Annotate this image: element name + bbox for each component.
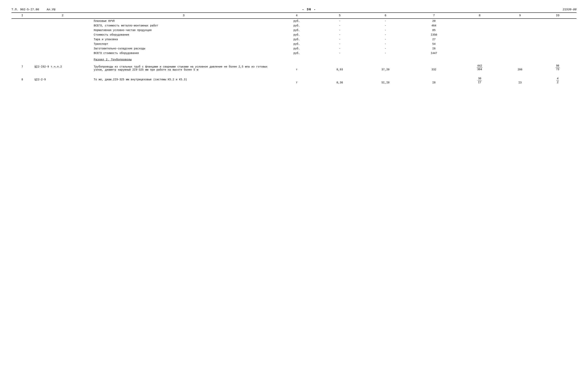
section-title-row: Раздел 2. Трубопроводы (11, 56, 577, 63)
col-header-3: 3 (92, 13, 275, 19)
table-row: Тара и упаковкаруб.--27 (11, 37, 577, 42)
page-number: - 36 - (302, 8, 316, 11)
table-row: Стоимость оборудованияруб.--I350 (11, 33, 577, 37)
document-id: 21539-08 (563, 8, 577, 11)
col-header-6: 6 (361, 13, 410, 19)
section-title: Раздел 2. Трубопроводы (92, 56, 275, 63)
fraction-col8: 442304 (477, 64, 482, 71)
column-header-row: I 2 3 4 5 6 7 8 9 IO (11, 13, 577, 19)
table-row: ВСЕГО, стоимость металло-монтажных работ… (11, 23, 577, 28)
spacer-row (11, 85, 577, 89)
fraction-col10: 42 (556, 77, 559, 84)
item-row: 8ЦI2-2-9То же, диам.2I9-325 мм внутрицех… (11, 76, 577, 85)
col-header-5: 5 (318, 13, 361, 19)
table-row: Плановые НУЧПруб.--20 (11, 19, 577, 23)
table-row: Нормативная условно-чистая продукцияруб.… (11, 28, 577, 33)
spacer-row (11, 72, 577, 76)
main-table: I 2 3 4 5 6 7 8 9 IO Плановые НУЧПруб.--… (11, 12, 577, 89)
col-header-10: IO (539, 13, 577, 19)
page-header: Т.П. 902-5-I7.86 Ал.УШ - 36 - 21539-08 (11, 8, 577, 11)
sheet-code: Ал.УШ (47, 8, 55, 11)
item-row: 7ЩI2-I62-9 т.ч.п.2Трубопроводы из стальн… (11, 63, 577, 72)
col-header-9: 9 (501, 13, 539, 19)
col-header-8: 8 (458, 13, 501, 19)
col-header-2: 2 (33, 13, 92, 19)
fraction-col10: 9873 (556, 64, 560, 71)
fraction-col8: 30I7 (478, 77, 482, 84)
doc-number: Т.П. 902-5-I7.86 (11, 8, 39, 11)
col-header-4: 4 (275, 13, 318, 19)
col-header-1: I (11, 13, 33, 19)
col-header-7: 7 (410, 13, 458, 19)
table-row: Транспортруб.--54 (11, 42, 577, 46)
table-row: Заготовительно-складские расходыруб.--I6 (11, 46, 577, 51)
table-row: ВСЕГО стоимость оборудованияруб.--I447 (11, 51, 577, 56)
